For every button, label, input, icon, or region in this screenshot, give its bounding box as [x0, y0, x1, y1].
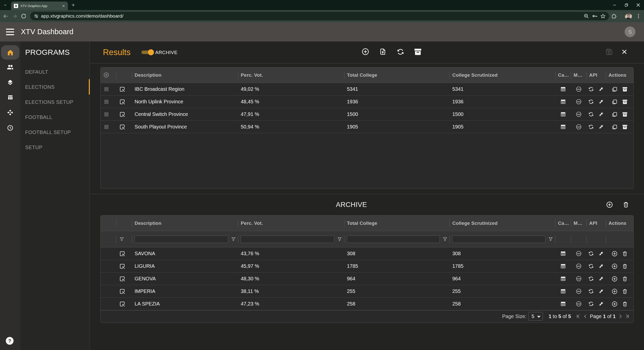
canvas-grid-icon[interactable] [560, 250, 566, 257]
sidebar-item-football-setup[interactable]: FOOTBALL SETUP [25, 128, 71, 136]
api-sync-icon[interactable] [588, 288, 594, 294]
canvas-grid-icon[interactable] [560, 86, 566, 92]
api-sync-icon[interactable] [588, 86, 594, 92]
archive-delete-button[interactable] [622, 201, 630, 208]
column-header-actions[interactable]: Actions [606, 67, 633, 83]
nav-users-button[interactable] [0, 63, 20, 71]
api-sync-icon[interactable] [588, 263, 594, 269]
copy-row-icon[interactable] [611, 111, 618, 118]
filter-funnel-icon[interactable] [548, 236, 553, 242]
drag-handle-icon[interactable] [103, 111, 109, 117]
browser-tab[interactable]: X XTV Graphics App [11, 2, 68, 10]
restore-row-icon[interactable] [611, 288, 618, 295]
mask-icon[interactable] [576, 124, 582, 130]
api-connect-icon[interactable] [598, 301, 604, 307]
api-connect-icon[interactable] [598, 288, 604, 294]
copy-row-icon[interactable] [611, 99, 618, 105]
column-header-api[interactable]: API [586, 215, 606, 231]
archive-row-icon[interactable] [622, 124, 628, 130]
extensions-icon[interactable] [611, 13, 617, 19]
canvas-grid-icon[interactable] [560, 263, 566, 269]
save-button[interactable] [605, 48, 614, 56]
mask-icon[interactable] [576, 250, 582, 257]
filter-input-description[interactable] [135, 236, 228, 243]
drag-handle-icon[interactable] [103, 124, 109, 130]
user-avatar[interactable]: S [625, 26, 635, 37]
api-sync-icon[interactable] [588, 301, 594, 307]
column-header-ca[interactable]: Ca… [555, 215, 571, 231]
delete-row-icon[interactable] [622, 276, 628, 282]
column-header-m[interactable]: M… [571, 215, 586, 231]
table-row[interactable]: Central Switch Province 47,91 % 1500 150… [101, 108, 633, 121]
open-row-icon[interactable] [119, 276, 126, 282]
browser-back-button[interactable] [1, 12, 10, 21]
column-header-perc-vot[interactable]: Perc. Vot. [238, 215, 344, 231]
delete-row-icon[interactable] [622, 301, 628, 307]
column-header-description[interactable]: Description [132, 215, 238, 231]
api-sync-icon[interactable] [588, 124, 594, 130]
sidebar-item-elections-setup[interactable]: ELECTIONS SETUP [25, 98, 73, 106]
bookmark-star-icon[interactable] [600, 13, 606, 19]
table-row[interactable]: IBC Broadcast Region 49,02 % 5341 5341 [101, 83, 633, 96]
api-sync-icon[interactable] [588, 276, 594, 282]
open-row-icon[interactable] [119, 250, 126, 257]
api-sync-icon[interactable] [588, 99, 594, 105]
table-row[interactable]: IMPERIA 38,11 % 255 255 [101, 285, 633, 298]
first-page-button[interactable] [575, 313, 582, 320]
column-header-total-college[interactable]: Total College [344, 215, 450, 231]
mask-icon[interactable] [576, 301, 582, 307]
column-header-actions[interactable]: Actions [606, 215, 633, 231]
table-row[interactable]: South Playout Province 50,94 % 1905 1905 [101, 121, 633, 133]
site-info-icon[interactable] [33, 13, 39, 19]
archive-row-icon[interactable] [622, 86, 628, 93]
sidebar-item-default[interactable]: DEFAULT [25, 68, 48, 76]
url-text[interactable]: app.xtvgraphics.com/demo/dashboard/ [41, 13, 583, 19]
archive-row-icon[interactable] [622, 111, 628, 118]
table-row[interactable]: North Uplink Province 48,45 % 1936 1936 [101, 96, 633, 108]
filter-funnel-icon[interactable] [442, 236, 448, 242]
open-row-icon[interactable] [119, 86, 126, 93]
api-connect-icon[interactable] [598, 276, 604, 282]
canvas-grid-icon[interactable] [560, 124, 566, 130]
api-sync-icon[interactable] [588, 250, 594, 257]
api-connect-icon[interactable] [598, 124, 604, 130]
mask-icon[interactable] [576, 99, 582, 105]
filter-input-college-scrutinized[interactable] [452, 236, 545, 243]
mask-icon[interactable] [576, 288, 582, 294]
table-row[interactable]: GENOVA 48,30 % 964 964 [101, 273, 633, 285]
canvas-grid-icon[interactable] [560, 276, 566, 282]
previous-page-button[interactable] [582, 313, 589, 320]
zoom-icon[interactable] [583, 13, 590, 19]
mask-icon[interactable] [576, 111, 582, 117]
nav-layers-button[interactable] [0, 79, 20, 86]
copy-row-icon[interactable] [611, 124, 618, 130]
api-connect-icon[interactable] [598, 86, 604, 92]
tab-close-button[interactable] [61, 4, 65, 8]
archive-all-button[interactable] [413, 47, 423, 57]
copy-row-icon[interactable] [611, 86, 618, 93]
delete-row-icon[interactable] [622, 263, 628, 270]
filter-funnel-icon[interactable] [231, 236, 236, 242]
api-sync-icon[interactable] [588, 111, 594, 117]
open-row-icon[interactable] [119, 288, 126, 295]
close-panel-button[interactable] [621, 49, 628, 55]
canvas-grid-icon[interactable] [560, 111, 566, 117]
canvas-grid-icon[interactable] [560, 99, 566, 105]
tab-search-button[interactable] [2, 2, 9, 8]
open-row-icon[interactable] [119, 124, 126, 130]
open-row-icon[interactable] [119, 111, 126, 118]
column-header-total-college[interactable]: Total College [344, 67, 450, 83]
filter-funnel-icon[interactable] [119, 236, 125, 242]
column-header-college-scrutinized[interactable]: College Scrutinized [450, 67, 555, 83]
restore-row-icon[interactable] [611, 263, 618, 270]
menu-button[interactable] [6, 29, 14, 35]
browser-menu-icon[interactable] [635, 13, 641, 19]
password-key-icon[interactable] [591, 13, 598, 19]
add-row-icon[interactable] [103, 72, 109, 78]
address-bar[interactable]: app.xtvgraphics.com/demo/dashboard/ [30, 12, 609, 20]
canvas-grid-icon[interactable] [560, 301, 566, 307]
new-tab-button[interactable] [71, 3, 75, 7]
import-file-button[interactable] [379, 48, 387, 56]
last-page-button[interactable] [624, 313, 630, 320]
filter-input-perc-vot[interactable] [241, 236, 334, 243]
